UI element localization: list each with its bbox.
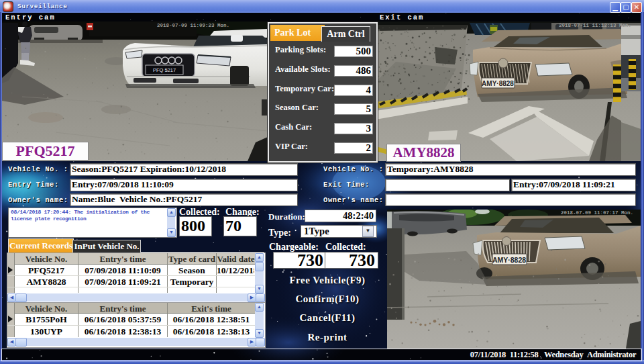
svg-text:AMY·8828: AMY·8828 <box>482 80 514 87</box>
svg-text:PFQ 5217: PFQ 5217 <box>153 67 176 73</box>
svg-text:2018-07-11 11:12:13 Mon.: 2018-07-11 11:12:13 Mon. <box>559 23 631 28</box>
svg-text:2018-07-09 11:07:17 Mon.: 2018-07-09 11:07:17 Mon. <box>561 210 633 216</box>
svg-text:2018-07-09 11:09:23 Mon.: 2018-07-09 11:09:23 Mon. <box>157 23 229 28</box>
svg-text:AMY·8828: AMY·8828 <box>492 256 526 264</box>
